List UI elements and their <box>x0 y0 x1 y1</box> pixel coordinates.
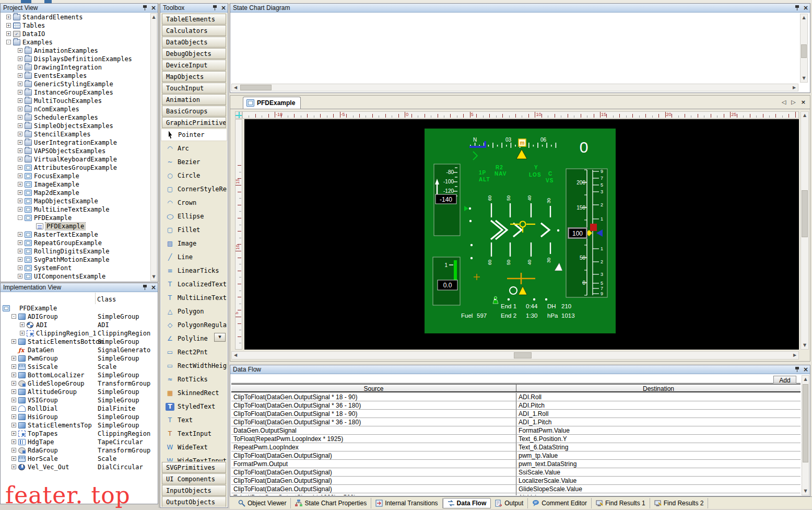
document-tab-pfdexample[interactable]: PFDExample <box>243 97 301 109</box>
expander-icon[interactable]: + <box>11 389 16 394</box>
source-cell[interactable]: ToInt((DataGen.OutputSignal * 1000) + 50… <box>231 493 516 495</box>
implementation-tree-item[interactable]: +RdaGroupTransformGroup <box>1 446 150 455</box>
project-tree-item[interactable]: +GenericStylingExample <box>1 80 150 88</box>
toolbox-item[interactable]: ▭RectWidthHeight <box>161 359 227 373</box>
scroll-up-icon[interactable]: ▲ <box>801 112 808 119</box>
project-tree-item[interactable]: +VirtualKeyboardExample <box>1 155 150 164</box>
tab-scroll-left-icon[interactable]: ◁ <box>782 99 786 106</box>
pin-icon[interactable] <box>143 284 147 291</box>
expander-icon[interactable]: + <box>18 249 22 253</box>
scroll-left-icon[interactable]: ◀ <box>232 84 239 91</box>
state-chart-hscrollbar[interactable]: ◀ ▶ <box>231 84 798 91</box>
expander-icon[interactable]: + <box>6 23 11 28</box>
scroll-thumb[interactable] <box>802 190 808 237</box>
bottom-tab[interactable]: Find Results 2 <box>650 498 709 508</box>
state-chart-titlebar[interactable]: State Chart Diagram × <box>230 4 810 13</box>
implementation-tree-item[interactable]: DataGenSignalGenerator <box>1 346 150 354</box>
destination-cell[interactable]: SsiScale.Value <box>516 468 801 476</box>
expander-icon[interactable]: + <box>18 232 22 237</box>
toolbox-item[interactable]: ~Bezier <box>161 155 227 169</box>
implementation-tree-item[interactable]: +GlideSlopeGroupTransformGroup <box>1 379 150 388</box>
project-tree-item[interactable]: +SvgPathMotionExample <box>1 256 150 264</box>
toolbox-item[interactable]: ◇PolygonRegular <box>161 318 227 332</box>
destination-cell[interactable]: LocalizerScale.Value <box>516 477 801 484</box>
toolbox-item[interactable]: TText <box>161 413 227 427</box>
toolbox-category-button[interactable]: MapObjects <box>162 71 226 82</box>
implementation-tree-item[interactable]: +AltitudeGroupSimpleGroup <box>1 388 150 396</box>
toolbox-item[interactable]: TStyledText <box>161 400 227 413</box>
project-tree-item[interactable]: +Map2dExample <box>1 189 150 197</box>
project-tree-item[interactable]: +ImageExample <box>1 180 150 189</box>
source-column-header[interactable]: Source <box>231 385 516 391</box>
implementation-tree-item[interactable]: +BottomLocalizerSimpleGroup <box>1 371 150 379</box>
destination-cell[interactable]: GlideSlopeScale.Value <box>516 485 801 493</box>
source-cell[interactable]: ClipToFloat(DataGen.OutputSignal * 36 - … <box>231 401 516 409</box>
data-flow-row[interactable]: ToFloat(RepeatPwm.LoopIndex * 1925)Text_… <box>231 435 801 443</box>
source-cell[interactable]: FormatPwm.Output <box>231 460 516 468</box>
project-tree-item[interactable]: +AttributesGroupExample <box>1 164 150 172</box>
implementation-tree-item[interactable]: +Vel_Vec_OutDialCircular <box>1 463 150 471</box>
scroll-down-icon[interactable]: ▼ <box>802 488 809 495</box>
toolbox-item[interactable]: ▭Rect2Pnt <box>161 345 227 359</box>
bottom-tab[interactable]: Object Viewer <box>234 498 291 508</box>
project-tree-item[interactable]: +SystemFont <box>1 264 150 272</box>
project-view-scrollbar[interactable]: ▲ ▼ <box>150 13 157 281</box>
toolbox-category-button[interactable]: GraphicPrimitives <box>162 117 226 128</box>
toolbox-item[interactable]: TLocalizedText <box>161 277 227 291</box>
expander-icon[interactable]: + <box>18 56 22 61</box>
destination-cell[interactable]: Text_6.DataString <box>516 443 801 451</box>
scroll-right-icon[interactable]: ▶ <box>791 352 798 359</box>
scroll-down-icon[interactable]: ▼ <box>801 75 807 82</box>
toolbox-item[interactable]: ≈RotTicks <box>161 373 227 386</box>
project-tree-item[interactable]: +MultiTouchExamples <box>1 97 150 105</box>
toolbox-category-button[interactable]: DebugObjects <box>162 48 226 59</box>
expander-icon[interactable]: + <box>11 364 16 369</box>
expander-icon[interactable]: + <box>18 82 22 86</box>
close-icon[interactable]: × <box>151 284 156 291</box>
source-cell[interactable]: RepeatPwm.LoopIndex <box>231 443 516 451</box>
expander-icon[interactable]: + <box>18 207 22 212</box>
pin-icon[interactable] <box>795 5 799 11</box>
toolbox-category-button[interactable]: DataObjects <box>162 37 226 48</box>
expander-icon[interactable]: + <box>11 423 16 427</box>
data-flow-row[interactable]: ClipToFloat(DataGen.OutputSignal * 18 - … <box>231 410 801 418</box>
expander-icon[interactable]: + <box>6 15 11 19</box>
expander-icon[interactable]: + <box>20 322 25 327</box>
expander-icon[interactable]: + <box>18 148 22 153</box>
source-cell[interactable]: ToFloat(RepeatPwm.LoopIndex * 1925) <box>231 435 516 443</box>
project-tree-item[interactable]: +MultiLineTextExample <box>1 205 150 214</box>
toolbox-item[interactable]: TMultiLineText <box>161 291 227 305</box>
expander-icon[interactable]: + <box>11 339 16 344</box>
source-cell[interactable]: ClipToFloat(DataGen.OutputSignal * 36 - … <box>231 418 516 426</box>
expander-icon[interactable]: + <box>11 406 16 411</box>
bottom-tab[interactable]: State Chart Properties <box>291 498 371 508</box>
toolbox-category-button[interactable]: BasicGroups <box>162 106 226 117</box>
project-tree-item[interactable]: +StencilExamples <box>1 130 150 138</box>
project-tree-item[interactable]: +Tables <box>1 21 150 30</box>
design-canvas[interactable]: N 03 06 m 0 1P R2 NAV ALT Y <box>244 119 799 350</box>
project-tree-item[interactable]: +RepeatGroupExample <box>1 239 150 247</box>
implementation-tree-item[interactable]: +StaticElementsTopSimpleGroup <box>1 421 150 430</box>
destination-column-header[interactable]: Destination <box>516 385 801 391</box>
toolbox-item[interactable]: WWideText <box>161 441 227 454</box>
source-cell[interactable]: ClipToFloat(DataGen.OutputSignal) <box>231 485 516 493</box>
toolbox-item[interactable]: ○Ellipse <box>161 210 227 223</box>
close-icon[interactable]: × <box>803 4 808 11</box>
expander-icon[interactable]: + <box>18 98 22 103</box>
expander-icon[interactable]: + <box>18 265 22 270</box>
pin-icon[interactable] <box>143 5 147 11</box>
scroll-up-icon[interactable]: ▲ <box>802 376 809 383</box>
expander-icon[interactable]: + <box>18 115 22 120</box>
expander-icon[interactable]: + <box>11 414 16 419</box>
expander-icon[interactable]: + <box>18 107 22 111</box>
project-tree-item[interactable]: +VAPSObjectsExamples <box>1 147 150 155</box>
state-chart-canvas[interactable] <box>231 14 798 82</box>
data-flow-vscrollbar[interactable]: ▲ ▼ <box>802 375 809 495</box>
expander-icon[interactable]: + <box>11 373 16 377</box>
destination-cell[interactable]: ADI_1.Pitch <box>516 418 801 426</box>
expander-icon[interactable]: + <box>11 439 16 444</box>
expander-icon[interactable]: + <box>18 90 22 95</box>
toolbox-category-button[interactable]: InputObjects <box>162 485 226 496</box>
bottom-tab[interactable]: Data Flow <box>443 498 491 508</box>
toolbox-item[interactable]: ○Circle <box>161 169 227 182</box>
